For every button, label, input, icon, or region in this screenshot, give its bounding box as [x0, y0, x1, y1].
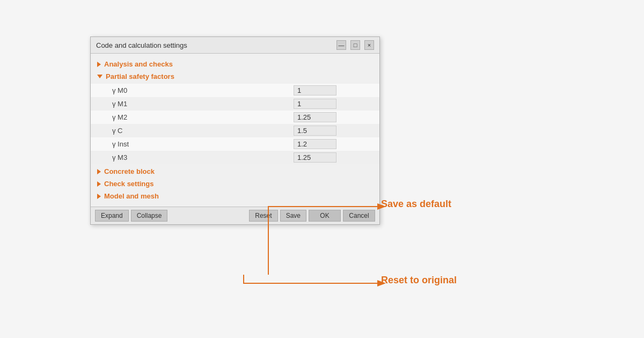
cancel-button[interactable]: Cancel: [343, 210, 375, 222]
tree-item-partial-safety[interactable]: Partial safety factors: [91, 70, 379, 83]
param-value-wrapper-gc: 1.5: [294, 126, 358, 136]
param-row-ginst: γ Inst 1.2: [91, 137, 379, 151]
tree-item-model-mesh[interactable]: Model and mesh: [91, 190, 379, 202]
param-value-gm0: 1: [294, 85, 336, 95]
dialog-controls: — □ ×: [336, 40, 374, 50]
minimize-button[interactable]: —: [336, 40, 346, 50]
dialog-content: Analysis and checks Partial safety facto…: [91, 54, 379, 207]
tree-item-analysis-checks[interactable]: Analysis and checks: [91, 58, 379, 70]
param-name-gc: γ C: [112, 127, 294, 135]
param-value-wrapper-gm0: 1: [294, 85, 358, 95]
param-value-wrapper-gm2: 1.25: [294, 112, 358, 122]
dialog-titlebar: Code and calculation settings — □ ×: [91, 37, 379, 54]
dialog-title: Code and calculation settings: [96, 41, 187, 49]
tree-item-label-partial-safety: Partial safety factors: [106, 72, 174, 80]
tree-item-label-model-mesh: Model and mesh: [104, 192, 159, 200]
param-value-ginst: 1.2: [294, 139, 336, 149]
annotation-reset-to-original: Reset to original: [381, 275, 457, 286]
param-row-gm3: γ M3 1.25: [91, 151, 379, 164]
param-row-gm1: γ M1 1: [91, 97, 379, 111]
param-name-gm3: γ M3: [112, 153, 294, 161]
param-name-gm0: γ M0: [112, 86, 294, 94]
chevron-right-icon-check: [97, 181, 101, 187]
reset-arrow-line: [244, 275, 384, 283]
param-name-gm1: γ M1: [112, 100, 294, 108]
chevron-right-icon-model: [97, 194, 101, 199]
param-name-ginst: γ Inst: [112, 140, 294, 148]
param-value-wrapper-ginst: 1.2: [294, 139, 358, 149]
chevron-down-icon: [97, 75, 103, 78]
annotation-reset-label: Reset to original: [381, 275, 457, 285]
close-button[interactable]: ×: [364, 40, 374, 50]
tree-item-concrete-block[interactable]: Concrete block: [91, 165, 379, 178]
restore-button[interactable]: □: [350, 40, 360, 50]
save-button[interactable]: Save: [280, 210, 306, 222]
param-row-gm0: γ M0 1: [91, 84, 379, 97]
param-value-gm3: 1.25: [294, 152, 336, 163]
collapse-button[interactable]: Collapse: [131, 210, 168, 222]
param-row-gm2: γ M2 1.25: [91, 111, 379, 124]
param-value-gm1: 1: [294, 99, 336, 109]
params-section: γ M0 1 γ M1 1 γ M2 1.25 γ C 1.5: [91, 83, 379, 165]
expand-button[interactable]: Expand: [95, 210, 129, 222]
chevron-right-icon-concrete: [97, 169, 101, 174]
ok-button[interactable]: OK: [309, 210, 341, 222]
dialog-footer: Expand Collapse Reset Save OK Cancel: [91, 207, 379, 224]
tree-item-label-check-settings: Check settings: [104, 180, 153, 188]
param-value-wrapper-gm1: 1: [294, 99, 358, 109]
chevron-right-icon: [97, 62, 101, 67]
param-row-gc: γ C 1.5: [91, 124, 379, 137]
param-value-wrapper-gm3: 1.25: [294, 152, 358, 163]
tree-item-label-concrete-block: Concrete block: [104, 167, 155, 175]
annotation-save-as-default: Save as default: [381, 199, 451, 210]
param-name-gm2: γ M2: [112, 113, 294, 121]
dialog-window: Code and calculation settings — □ × Anal…: [90, 36, 380, 225]
param-value-gc: 1.5: [294, 126, 336, 136]
tree-item-label-analysis-checks: Analysis and checks: [104, 60, 173, 68]
annotation-save-label: Save as default: [381, 199, 451, 209]
reset-button[interactable]: Reset: [249, 210, 277, 222]
tree-item-check-settings[interactable]: Check settings: [91, 178, 379, 190]
param-value-gm2: 1.25: [294, 112, 336, 122]
